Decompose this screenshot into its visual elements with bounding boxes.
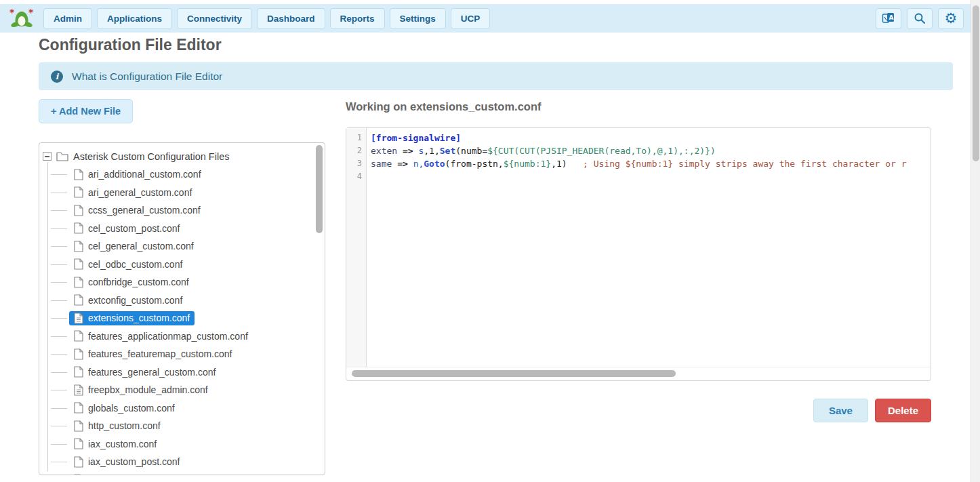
file-label: iax_custom.conf [88, 439, 157, 449]
tree-file-iax_custom_post.conf[interactable]: iax_custom_post.conf [43, 453, 325, 471]
nav-tab-ucp[interactable]: UCP [451, 8, 491, 29]
nav-tab-dashboard[interactable]: Dashboard [257, 8, 325, 29]
tree-node: ari_additional_custom.conf [69, 167, 206, 182]
language-button[interactable]: A [876, 8, 901, 29]
nav-tab-connectivity[interactable]: Connectivity [177, 8, 252, 29]
freepbx-logo[interactable]: * * [7, 7, 37, 30]
tree-file-ari_additional_custom.conf[interactable]: ari_additional_custom.conf [43, 165, 325, 184]
nav-tab-applications[interactable]: Applications [97, 8, 172, 29]
file-icon [74, 420, 83, 432]
file-label: cel_general_custom.conf [88, 241, 194, 252]
file-label: ccss_general_custom.conf [88, 205, 201, 216]
plus-icon: + [51, 106, 56, 117]
code-line: exten => s,1,Set(numb=${CUT(CUT(PJSIP_HE… [371, 144, 931, 157]
config-editor: 1234 [from-signalwire]exten => s,1,Set(n… [346, 127, 931, 381]
file-label: ari_additional_custom.conf [88, 169, 201, 180]
file-icon [74, 169, 83, 180]
editor-hscrollbar [346, 367, 931, 380]
tree-file-ari_general_custom.conf[interactable]: ari_general_custom.conf [43, 184, 325, 202]
file-icon [74, 402, 83, 414]
nav-tab-settings[interactable]: Settings [390, 8, 446, 29]
tree-node: ari_general_custom.conf [69, 185, 197, 199]
add-new-file-label: Add New File [59, 106, 121, 117]
collapse-expander-icon[interactable] [43, 152, 52, 161]
editor-gutter: 1234 [346, 128, 367, 367]
tree-file-extconfig_custom.conf[interactable]: extconfig_custom.conf [43, 292, 325, 310]
working-on-title: Working on extensions_custom.conf [346, 100, 541, 113]
tree-file-iax_general_custom.conf[interactable]: iax_general_custom.conf [43, 471, 325, 476]
tree-node: features_general_custom.conf [69, 365, 220, 379]
nav-tab-reports[interactable]: Reports [330, 8, 385, 29]
tree-file-features_general_custom.conf[interactable]: features_general_custom.conf [43, 363, 325, 382]
file-icon [74, 438, 83, 449]
tree-node: cel_custom_post.conf [69, 221, 184, 235]
file-label: features_applicationmap_custom.conf [88, 331, 248, 342]
add-new-file-button[interactable]: + Add New File [39, 99, 133, 123]
tree-root-label: Asterisk Custom Configuration Files [73, 151, 229, 162]
tree-node: extensions_custom.conf [69, 311, 195, 325]
settings-button[interactable] [938, 8, 964, 29]
tree-node: iax_custom.conf [69, 437, 161, 451]
tree-node: ccss_general_custom.conf [69, 203, 205, 218]
tree-file-http_custom.conf[interactable]: http_custom.conf [43, 417, 325, 435]
file-icon [74, 474, 83, 475]
file-label: extconfig_custom.conf [88, 295, 182, 306]
tree-file-features_featuremap_custom.conf[interactable]: features_featuremap_custom.conf [43, 345, 325, 363]
save-button[interactable]: Save [813, 399, 868, 422]
info-icon [51, 71, 63, 83]
file-icon [74, 258, 83, 270]
gear-icon [945, 12, 958, 26]
file-tree-panel: Asterisk Custom Configuration Files ari_… [39, 142, 325, 475]
tree-file-cel_odbc_custom.conf[interactable]: cel_odbc_custom.conf [43, 256, 325, 274]
page-title: Configuration File Editor [39, 36, 222, 54]
file-with-text-icon [74, 384, 83, 396]
tree-file-freepbx_module_admin.conf[interactable]: freepbx_module_admin.conf [43, 381, 325, 399]
tree-file-ccss_general_custom.conf[interactable]: ccss_general_custom.conf [43, 201, 325, 220]
tree-node: cel_odbc_custom.conf [69, 257, 187, 271]
editor-hscrollbar-thumb[interactable] [352, 370, 676, 377]
tree-file-confbridge_custom.conf[interactable]: confbridge_custom.conf [43, 273, 325, 292]
file-label: http_custom.conf [88, 420, 161, 431]
navbar-right-icons: A [876, 8, 964, 29]
file-label: cel_odbc_custom.conf [88, 259, 182, 270]
delete-button[interactable]: Delete [875, 399, 931, 422]
tree-node: iax_general_custom.conf [69, 473, 199, 475]
folder-icon [56, 151, 68, 161]
file-icon [74, 277, 83, 288]
file-label: confbridge_custom.conf [88, 277, 189, 287]
nav-tab-admin[interactable]: Admin [43, 8, 92, 29]
tree-file-cel_custom_post.conf[interactable]: cel_custom_post.conf [43, 220, 325, 238]
file-label: iax_general_custom.conf [88, 475, 194, 475]
tree-root[interactable]: Asterisk Custom Configuration Files [43, 147, 325, 165]
file-icon [74, 456, 83, 468]
tree-scrollbar-thumb[interactable] [316, 145, 323, 233]
file-icon [74, 205, 83, 216]
info-banner[interactable]: What is Configuration File Editor [39, 62, 953, 90]
file-label: features_general_custom.conf [88, 367, 216, 378]
svg-text:A: A [889, 14, 894, 21]
svg-text:*: * [28, 8, 34, 18]
editor-code-area[interactable]: [from-signalwire]exten => s,1,Set(numb=$… [367, 128, 931, 367]
tree-file-features_applicationmap_custom.conf[interactable]: features_applicationmap_custom.conf [43, 327, 325, 346]
frog-icon: * * [9, 8, 34, 28]
svg-text:*: * [9, 8, 15, 18]
code-line: same => n,Goto(from-pstn,${numb:1},1) ; … [371, 157, 931, 170]
tree-file-extensions_custom.conf[interactable]: extensions_custom.conf [43, 309, 325, 327]
file-with-text-icon [74, 313, 83, 324]
search-button[interactable] [907, 8, 933, 29]
tree-node: iax_custom_post.conf [69, 455, 184, 469]
file-icon [74, 186, 83, 198]
file-icon [74, 348, 83, 360]
file-icon [74, 222, 83, 234]
tree-file-globals_custom.conf[interactable]: globals_custom.conf [43, 399, 325, 418]
tree-file-cel_general_custom.conf[interactable]: cel_general_custom.conf [43, 237, 325, 256]
page-scrollbar-thumb[interactable] [973, 5, 979, 161]
tree-node: features_featuremap_custom.conf [69, 347, 237, 361]
page-scrollbar [971, 0, 980, 482]
file-label: cel_custom_post.conf [88, 223, 180, 234]
line-number: 3 [346, 157, 366, 170]
tree-file-iax_custom.conf[interactable]: iax_custom.conf [43, 435, 325, 454]
tree-node: features_applicationmap_custom.conf [69, 329, 253, 343]
tree-node: http_custom.conf [69, 419, 165, 433]
file-icon [74, 241, 83, 252]
